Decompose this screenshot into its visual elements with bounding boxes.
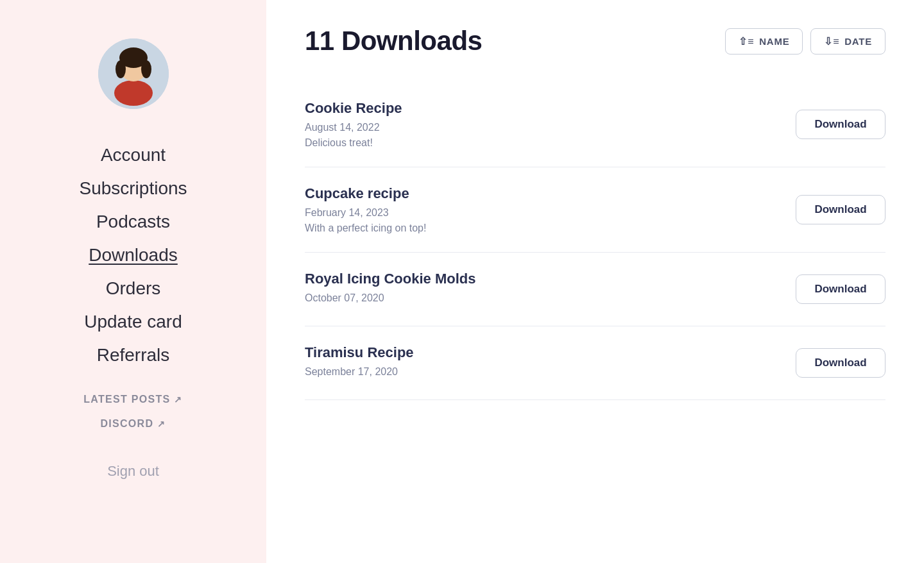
sidebar-item-orders[interactable]: Orders bbox=[66, 274, 200, 303]
download-date: September 17, 2020 bbox=[305, 366, 796, 378]
download-title: Cookie Recipe bbox=[305, 100, 796, 117]
download-item: Royal Icing Cookie MoldsOctober 07, 2020… bbox=[305, 253, 886, 326]
sidebar-item-subscriptions[interactable]: Subscriptions bbox=[66, 174, 200, 203]
download-button[interactable]: Download bbox=[796, 195, 886, 224]
svg-point-4 bbox=[116, 60, 126, 78]
download-button[interactable]: Download bbox=[796, 348, 886, 378]
download-button[interactable]: Download bbox=[796, 110, 886, 139]
download-info: Cupcake recipeFebruary 14, 2023With a pe… bbox=[305, 185, 796, 234]
sidebar-item-signout[interactable]: Sign out bbox=[66, 454, 200, 483]
download-date: October 07, 2020 bbox=[305, 292, 796, 304]
sidebar-item-account[interactable]: Account bbox=[66, 141, 200, 169]
sort-by-date-button[interactable]: ⇩≡ DATE bbox=[810, 28, 886, 55]
main-content: 11 Downloads ⇧≡ NAME ⇩≡ DATE Cookie Reci… bbox=[266, 0, 924, 563]
sort-date-icon: ⇩≡ bbox=[824, 35, 839, 47]
sidebar-item-downloads[interactable]: Downloads bbox=[66, 241, 200, 269]
download-description: With a perfect icing on top! bbox=[305, 223, 796, 234]
download-item: Cupcake recipeFebruary 14, 2023With a pe… bbox=[305, 167, 886, 253]
sidebar-item-update-card[interactable]: Update card bbox=[66, 308, 200, 336]
nav-spacer bbox=[66, 374, 200, 385]
sort-by-name-button[interactable]: ⇧≡ NAME bbox=[725, 28, 803, 55]
avatar bbox=[98, 38, 169, 109]
download-date: August 14, 2022 bbox=[305, 122, 796, 133]
external-link-icon: ↗ bbox=[157, 419, 166, 429]
download-item: Tiramisu RecipeSeptember 17, 2020Downloa… bbox=[305, 326, 886, 400]
page-header: 11 Downloads ⇧≡ NAME ⇩≡ DATE bbox=[305, 26, 886, 56]
nav-spacer bbox=[66, 439, 200, 449]
download-button[interactable]: Download bbox=[796, 274, 886, 304]
sidebar-item-podcasts[interactable]: Podcasts bbox=[66, 208, 200, 236]
download-description: Delicious treat! bbox=[305, 137, 796, 149]
sidebar-item-latest-posts[interactable]: LATEST POSTS ↗ bbox=[66, 390, 200, 409]
sidebar: Account Subscriptions Podcasts Downloads… bbox=[0, 0, 266, 563]
sort-name-icon: ⇧≡ bbox=[739, 35, 754, 47]
download-title: Royal Icing Cookie Molds bbox=[305, 271, 796, 287]
download-info: Tiramisu RecipeSeptember 17, 2020 bbox=[305, 344, 796, 382]
svg-point-5 bbox=[141, 60, 151, 78]
download-info: Cookie RecipeAugust 14, 2022Delicious tr… bbox=[305, 100, 796, 149]
download-title: Cupcake recipe bbox=[305, 185, 796, 202]
external-link-icon: ↗ bbox=[174, 394, 182, 405]
download-title: Tiramisu Recipe bbox=[305, 344, 796, 361]
download-info: Royal Icing Cookie MoldsOctober 07, 2020 bbox=[305, 271, 796, 308]
page-title: 11 Downloads bbox=[305, 26, 482, 56]
sidebar-item-discord[interactable]: DISCORD ↗ bbox=[66, 414, 200, 433]
sort-controls: ⇧≡ NAME ⇩≡ DATE bbox=[725, 28, 886, 55]
download-item: Cookie RecipeAugust 14, 2022Delicious tr… bbox=[305, 82, 886, 167]
sidebar-item-referrals[interactable]: Referrals bbox=[66, 341, 200, 369]
svg-point-1 bbox=[114, 80, 153, 106]
download-list: Cookie RecipeAugust 14, 2022Delicious tr… bbox=[305, 82, 886, 400]
download-date: February 14, 2023 bbox=[305, 207, 796, 219]
sidebar-nav: Account Subscriptions Podcasts Downloads… bbox=[66, 141, 200, 489]
